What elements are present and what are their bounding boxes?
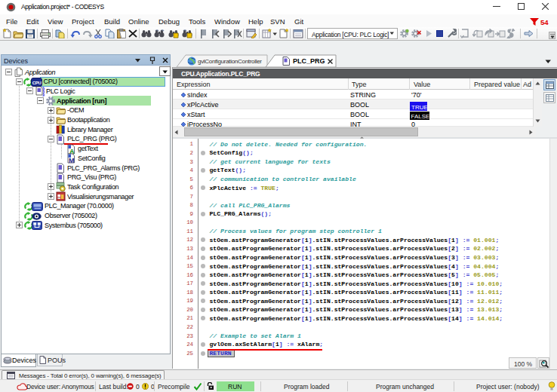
- svg-text:M: M: [69, 157, 74, 164]
- svg-text:CPU: CPU: [32, 80, 42, 84]
